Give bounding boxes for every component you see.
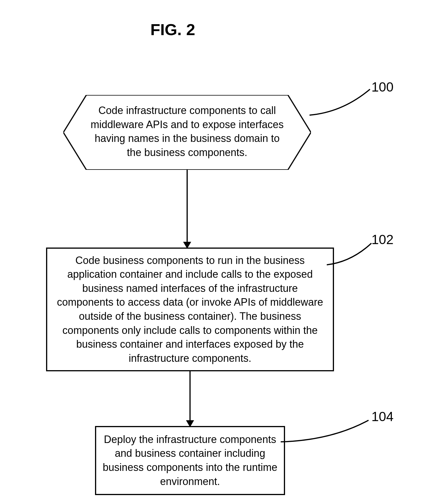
step-100-text: Code infrastructure components to call m… xyxy=(86,104,288,159)
step-102-ref: 102 xyxy=(371,232,394,247)
arrow-2-line xyxy=(189,371,191,423)
step-104-text: Deploy the infrastructure components and… xyxy=(102,433,278,488)
step-100-ref: 100 xyxy=(371,79,394,95)
step-104-ref: 104 xyxy=(371,409,394,424)
step-102-text: Code business components to run in the b… xyxy=(54,254,326,366)
step-102-box: Code business components to run in the b… xyxy=(46,248,334,371)
arrow-1-line xyxy=(187,170,188,245)
step-104-box: Deploy the infrastructure components and… xyxy=(95,426,285,495)
flowchart-canvas: FIG. 2 Code infrastructure components to… xyxy=(0,0,448,504)
step-100-hexagon: Code infrastructure components to call m… xyxy=(63,95,311,170)
figure-title: FIG. 2 xyxy=(0,20,346,39)
